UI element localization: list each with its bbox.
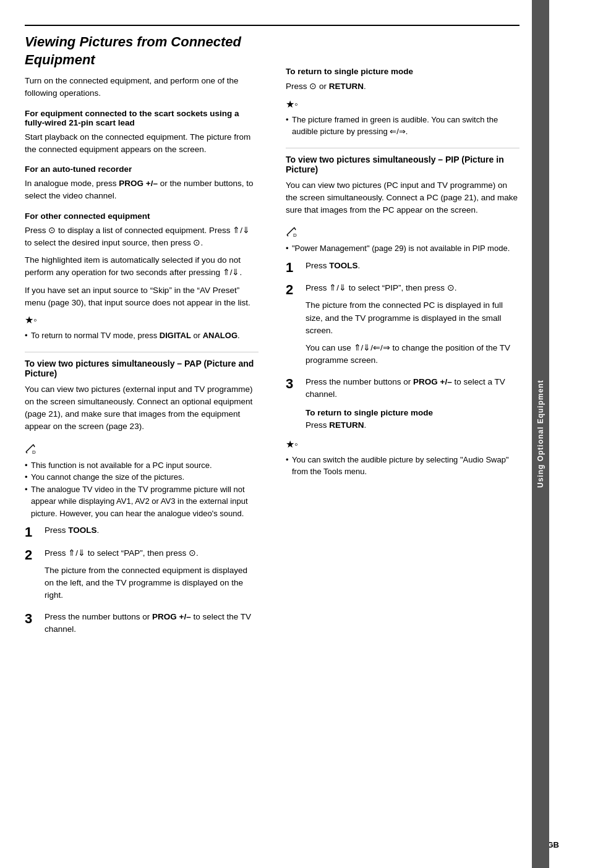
tip-icon-pip: ★◦ <box>286 438 519 450</box>
tip-block-other: To return to normal TV mode, press DIGIT… <box>25 330 259 342</box>
pip-step2-pre: Press ⇑/⇓ to select “PIP”, then press ⊙. <box>306 282 519 294</box>
svg-text:D: D <box>293 232 297 237</box>
pap-intro: You can view two pictures (external inpu… <box>25 383 259 433</box>
pip-step3-num: 3 <box>286 376 306 392</box>
pencil-icon: D <box>25 443 36 454</box>
pip-header: To view two pictures simultaneously – PI… <box>286 148 519 174</box>
auto-tuned-body: In analogue mode, press PROG +/– or the … <box>25 177 259 203</box>
other-equipment-body1: Press ⊙ to display a list of connected e… <box>25 224 259 250</box>
pip-return-body: Press RETURN. <box>306 419 519 432</box>
note-block-pip: "Power Management" (page 29) is not avai… <box>286 242 519 255</box>
svg-text:D: D <box>32 449 36 454</box>
intro-text: Turn on the connected equipment, and per… <box>25 75 259 100</box>
pap-step1-content: Press TOOLS. <box>45 524 259 537</box>
note-icon-pap: D <box>25 443 36 454</box>
pencil-icon-pip: D <box>286 226 297 237</box>
pap-return-body: Press ⊙ or RETURN. <box>286 80 519 93</box>
tip-block-pip: You can switch the audible picture by se… <box>286 454 519 478</box>
note-pap-3: The analogue TV video in the TV programm… <box>25 483 259 520</box>
pap-step3-num: 3 <box>25 611 45 627</box>
pip-step1-row: 1 Press TOOLS. <box>286 260 519 276</box>
svg-line-2 <box>26 452 27 453</box>
svg-line-6 <box>287 235 288 236</box>
pap-steps: 1 Press TOOLS. 2 Press ⇑/⇓ to select “PA… <box>25 524 259 604</box>
pip-step3-content: Press the number buttons or PROG +/– to … <box>306 376 519 432</box>
pap-header: To view two pictures simultaneously – PA… <box>25 352 259 378</box>
pip-return-header: To return to single picture mode <box>306 407 519 419</box>
pap-step2-row: 2 Press ⇑/⇓ to select “PAP”, then press … <box>25 547 259 605</box>
top-divider <box>25 25 519 26</box>
pap-step3-row: 3 Press the number buttons or PROG +/– t… <box>25 611 259 636</box>
note-pip-1: "Power Management" (page 29) is not avai… <box>286 242 519 255</box>
side-tab: Using Optional Equipment <box>532 0 549 868</box>
pip-step2-detail1: The picture from the connected PC is dis… <box>306 299 519 337</box>
tip-icon-other: ★◦ <box>25 314 259 326</box>
auto-tuned-header: For an auto-tuned recorder <box>25 164 259 174</box>
other-equipment-body2: The highlighted item is automatically se… <box>25 254 259 279</box>
pip-step2-detail2: You can use ⇑/⇓/⇐/⇒ to change the positi… <box>306 342 519 367</box>
note-pap-1: This function is not available for a PC … <box>25 459 259 472</box>
pap-step3-container: 3 Press the number buttons or PROG +/– t… <box>25 611 259 636</box>
tip-pip-item: You can switch the audible picture by se… <box>286 454 519 478</box>
other-equipment-header: For other connected equipment <box>25 211 259 221</box>
pip-step1-content: Press TOOLS. <box>306 260 519 272</box>
pap-return-block: To return to single picture mode Press ⊙… <box>286 66 519 93</box>
pap-step1-num: 1 <box>25 524 45 540</box>
pap-step1-row: 1 Press TOOLS. <box>25 524 259 540</box>
tip-block-pap3: The picture framed in green is audible. … <box>286 114 519 138</box>
note-pap-2: You cannot change the size of the pictur… <box>25 471 259 483</box>
pip-steps: 1 Press TOOLS. 2 Press ⇑/⇓ to select “PI… <box>286 260 519 432</box>
pip-step3-row: 3 Press the number buttons or PROG +/– t… <box>286 376 519 432</box>
tip-icon-pap3: ★◦ <box>286 98 519 110</box>
scart-body: Start playback on the connected equipmen… <box>25 131 259 156</box>
pip-step2-num: 2 <box>286 282 306 298</box>
tip-item-other: To return to normal TV mode, press DIGIT… <box>25 330 259 342</box>
pip-step2-content: Press ⇑/⇓ to select “PIP”, then press ⊙.… <box>306 282 519 370</box>
pip-intro: You can view two pictures (PC input and … <box>286 179 519 217</box>
pip-step1-num: 1 <box>286 260 306 276</box>
pap-step2-num: 2 <box>25 547 45 563</box>
note-icon-pip: D <box>286 226 297 237</box>
note-block-pap: This function is not available for a PC … <box>25 459 259 520</box>
pap-step2-content: Press ⇑/⇓ to select “PAP”, then press ⊙.… <box>45 547 259 605</box>
scart-header: For equipment connected to the scart soc… <box>25 109 259 127</box>
pap-return-header: To return to single picture mode <box>286 66 519 78</box>
svg-line-5 <box>294 228 296 230</box>
tip-pap3-item: The picture framed in green is audible. … <box>286 114 519 138</box>
pap-step2-pre: Press ⇑/⇓ to select “PAP”, then press ⊙. <box>45 547 259 560</box>
page-title: Viewing Pictures from Connected Equipmen… <box>25 33 259 69</box>
other-equipment-body3: If you have set an input source to “Skip… <box>25 284 259 310</box>
pap-step3-content: Press the number buttons or PROG +/– to … <box>45 611 259 636</box>
pip-step2-row: 2 Press ⇑/⇓ to select “PIP”, then press … <box>286 282 519 370</box>
pap-step2-detail: The picture from the connected equipment… <box>45 564 259 602</box>
svg-line-1 <box>33 445 35 447</box>
